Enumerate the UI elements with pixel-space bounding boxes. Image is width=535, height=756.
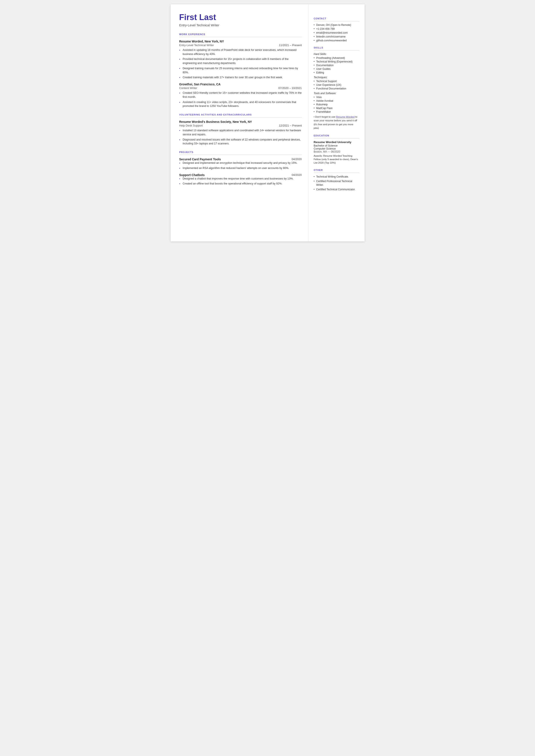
education-title: EDUCATION (314, 134, 359, 137)
hard-skill-2: Technical Writing (Experienced) (314, 60, 359, 63)
tool-1: Visio (314, 96, 359, 99)
project-2-bullets: Designed a chatbot that improves the res… (179, 177, 302, 186)
other-item-1: Technical Writing Certificate. (314, 175, 359, 179)
other-divider (314, 173, 359, 173)
project-2-bullet-1: Designed a chatbot that improves the res… (179, 177, 302, 181)
project-1-bullet-2: Implemented an RSA algorithm that reduce… (179, 166, 302, 170)
project-1-name: Secured Card Payment Tools (179, 157, 221, 161)
edu-school: Resume Worded University (314, 141, 359, 144)
tool-4: MadCap Flare (314, 107, 359, 110)
job-2-bullet-1: Created SEO-friendly content for 15+ cus… (179, 91, 302, 99)
contact-item-1: Denver, OH (Open to Remote) (314, 23, 359, 26)
project-2: Support Chatbots 04/2020 Designed a chat… (179, 173, 302, 186)
project-2-date: 04/2020 (292, 173, 302, 177)
contact-divider (314, 21, 359, 21)
techniques-list: Technical Support User Experience (UX) F… (314, 80, 359, 90)
hard-skills-list: Proofreading (Advanced) Technical Writin… (314, 56, 359, 74)
job-2-company: Growthsi, San Francisco, CA (179, 83, 221, 86)
promo-link[interactable]: Resume Worded (336, 116, 355, 118)
work-experience-title: WORK EXPERIENCE (179, 33, 302, 36)
tool-3: RoboHelp (314, 103, 359, 106)
job-2-date: 07/2020 – 10/2021 (278, 86, 302, 91)
contact-item-5: github.com/resumeworded (314, 39, 359, 42)
hard-skill-5: Editing (314, 71, 359, 74)
volunteer-1-header: Resume Worded's Business Society, New Yo… (179, 120, 302, 124)
job-2-title-date: Content Writer 07/2020 – 10/2021 (179, 86, 302, 91)
job-1-date: 11/2021 – Present (279, 43, 302, 48)
other-title: OTHER (314, 169, 359, 171)
skills-divider (314, 50, 359, 50)
volunteering-divider (179, 117, 302, 118)
project-1: Secured Card Payment Tools 04/2020 Desig… (179, 157, 302, 170)
tool-2: Adobe Acrobat (314, 99, 359, 102)
job-2-title: Content Writer (179, 86, 197, 90)
edu-awards: Awards: Resume Worded Teaching Fellow (o… (314, 154, 359, 164)
project-1-date: 04/2020 (292, 157, 302, 161)
volunteer-1: Resume Worded's Business Society, New Yo… (179, 120, 302, 146)
contact-title: CONTACT (314, 17, 359, 20)
tool-5: FrameMaker (314, 110, 359, 113)
job-2-bullet-2: Assisted in creating 11+ video scripts, … (179, 100, 302, 108)
project-1-title-date: Secured Card Payment Tools 04/2020 (179, 157, 302, 161)
volunteer-1-bullets: Installed 13 standard software applicati… (179, 128, 302, 146)
subtitle: Entry-Level Technical Writer (179, 23, 302, 27)
job-1: Resume Worded, New York, NY Entry-Level … (179, 40, 302, 79)
job-1-company: Resume Worded, New York, NY (179, 40, 224, 43)
volunteer-1-date: 12/2021 – Present (279, 124, 302, 128)
job-1-bullet-1: Assisted in updating 18 months of PowerP… (179, 48, 302, 56)
job-1-bullets: Assisted in updating 18 months of PowerP… (179, 48, 302, 79)
projects-title: PROJECTS (179, 151, 302, 154)
other-item-3: Certified Technical Communicator. (314, 188, 359, 191)
volunteering-title: VOLUNTEERING ACTIVITIES AND EXTRACURRICU… (179, 113, 302, 116)
job-2-header: Growthsi, San Francisco, CA (179, 83, 302, 86)
technique-2: User Experience (UX) (314, 83, 359, 86)
project-1-bullets: Designed and implemented an encryption t… (179, 161, 302, 170)
job-1-bullet-2: Provided technical documentation for 15+… (179, 57, 302, 65)
job-1-title-date: Entry-Level Technical Writer 11/2021 – P… (179, 43, 302, 48)
volunteer-1-title: Help Desk Support (179, 124, 203, 127)
right-column: CONTACT Denver, OH (Open to Remote) +1-2… (309, 4, 365, 241)
job-1-title: Entry-Level Technical Writer (179, 43, 214, 47)
other-list: Technical Writing Certificate. Certified… (314, 175, 359, 191)
contact-item-4: linkedin.com/in/username (314, 35, 359, 38)
volunteer-1-title-date: Help Desk Support 12/2021 – Present (179, 124, 302, 128)
job-1-bullet-4: Created training materials with 17+ trai… (179, 75, 302, 79)
technique-3: Functional Documentation (314, 87, 359, 90)
technique-1: Technical Support (314, 80, 359, 83)
name: First Last (179, 13, 302, 22)
project-1-bullet-1: Designed and implemented an encryption t… (179, 161, 302, 165)
project-2-title-date: Support Chatbots 04/2020 (179, 173, 302, 177)
hard-skill-4: User Guides (314, 68, 359, 70)
contact-item-2: +1-234-456-789 (314, 27, 359, 30)
volunteer-1-bullet-2: Diagnosed and resolved issues with the s… (179, 138, 302, 146)
job-2: Growthsi, San Francisco, CA Content Writ… (179, 83, 302, 108)
job-2-bullets: Created SEO-friendly content for 15+ cus… (179, 91, 302, 108)
edu-degree: Bachelor of Science (314, 144, 359, 147)
contact-list: Denver, OH (Open to Remote) +1-234-456-7… (314, 23, 359, 42)
skills-title: SKILLS (314, 46, 359, 49)
contact-item-3: email@resumeworded.com (314, 31, 359, 34)
volunteer-1-company: Resume Worded's Business Society, New Yo… (179, 120, 252, 124)
job-1-header: Resume Worded, New York, NY (179, 40, 302, 43)
project-2-bullet-2: Created an offline tool that boosts the … (179, 182, 302, 186)
job-1-bullet-3: Designed training manuals for 25 incomin… (179, 66, 302, 74)
techniques-label: Techniques: (314, 76, 359, 79)
volunteer-1-bullet-1: Installed 13 standard software applicati… (179, 128, 302, 137)
education-divider (314, 138, 359, 138)
project-2-name: Support Chatbots (179, 173, 205, 177)
work-divider (179, 37, 302, 37)
resume-page: First Last Entry-Level Technical Writer … (171, 4, 365, 241)
other-item-2: Certified Professional Technical Writer. (314, 180, 359, 187)
edu-field: Computer Science (314, 147, 359, 150)
promo-text: • Don't forget to use Resume Worded to s… (314, 115, 359, 130)
tools-label: Tools and Software: (314, 92, 359, 95)
tools-list: Visio Adobe Acrobat RoboHelp MadCap Flar… (314, 96, 359, 113)
hard-skill-3: Documentation (314, 64, 359, 67)
hard-skills-label: Hard Skills: (314, 53, 359, 56)
hard-skill-1: Proofreading (Advanced) (314, 56, 359, 60)
edu-location: Boston, MA — 06/2020 (314, 150, 359, 153)
left-column: First Last Entry-Level Technical Writer … (171, 4, 309, 241)
